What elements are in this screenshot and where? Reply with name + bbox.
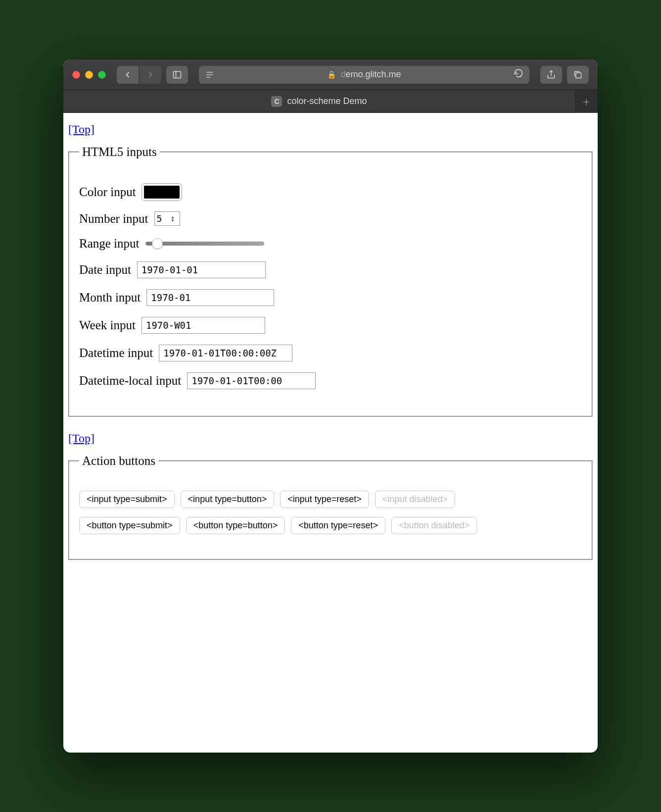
minimize-window-button[interactable] bbox=[85, 71, 93, 79]
color-input[interactable] bbox=[142, 184, 182, 201]
number-label: Number input bbox=[79, 212, 148, 226]
button-button-button[interactable]: <button type=button> bbox=[186, 517, 285, 534]
datetime-row: Datetime input bbox=[79, 345, 582, 361]
range-row: Range input bbox=[79, 237, 582, 251]
url-text: ddemo.glitch.meemo.glitch.me bbox=[340, 69, 401, 80]
share-button[interactable] bbox=[540, 66, 562, 84]
share-icon bbox=[546, 70, 556, 80]
lock-icon: 🔒 bbox=[327, 70, 336, 79]
week-label: Week input bbox=[79, 318, 136, 332]
plus-icon: ＋ bbox=[580, 94, 592, 109]
reload-button[interactable] bbox=[514, 68, 523, 81]
actions-legend: Action buttons bbox=[79, 454, 158, 468]
reader-icon bbox=[205, 70, 215, 80]
input-submit-button[interactable]: <input type=submit> bbox=[79, 491, 175, 508]
date-label: Date input bbox=[79, 263, 131, 277]
range-thumb[interactable] bbox=[152, 238, 163, 249]
number-input[interactable]: 5 ▲▼ bbox=[154, 211, 180, 226]
nav-buttons bbox=[117, 66, 161, 84]
input-button-button[interactable]: <input type=button> bbox=[181, 491, 275, 508]
month-label: Month input bbox=[79, 291, 141, 304]
window-controls bbox=[72, 71, 106, 79]
html5-inputs-fieldset: HTML5 inputs Color input Number input 5 … bbox=[68, 145, 593, 417]
input-disabled-button: <input disabled> bbox=[375, 491, 455, 508]
browser-window: 🔒 ddemo.glitch.meemo.glitch.me C color-s… bbox=[63, 59, 598, 753]
number-row: Number input 5 ▲▼ bbox=[79, 211, 582, 226]
svg-rect-0 bbox=[174, 71, 181, 78]
input-buttons-row: <input type=submit> <input type=button> … bbox=[79, 491, 582, 508]
date-row: Date input bbox=[79, 261, 582, 278]
button-buttons-row: <button type=submit> <button type=button… bbox=[79, 517, 582, 534]
favicon: C bbox=[271, 96, 282, 107]
browser-tab[interactable]: C color-scheme Demo bbox=[63, 90, 575, 112]
number-value: 5 bbox=[157, 213, 162, 224]
tabs-overview-button[interactable] bbox=[567, 66, 589, 84]
week-input[interactable] bbox=[142, 317, 265, 334]
button-reset-button[interactable]: <button type=reset> bbox=[291, 517, 385, 534]
range-label: Range input bbox=[79, 237, 140, 251]
datetime-input[interactable] bbox=[159, 345, 292, 361]
button-disabled-button: <button disabled> bbox=[391, 517, 477, 534]
tabs-icon bbox=[573, 70, 583, 80]
tab-title: color-scheme Demo bbox=[287, 96, 367, 106]
action-buttons-fieldset: Action buttons <input type=submit> <inpu… bbox=[68, 454, 593, 560]
number-stepper[interactable]: ▲▼ bbox=[172, 215, 178, 222]
month-input[interactable] bbox=[146, 289, 274, 306]
datetime-local-input[interactable] bbox=[187, 372, 316, 389]
forward-button[interactable] bbox=[140, 66, 161, 84]
datetime-local-row: Datetime-local input bbox=[79, 372, 582, 389]
range-track bbox=[145, 242, 264, 246]
address-bar[interactable]: 🔒 ddemo.glitch.meemo.glitch.me bbox=[199, 66, 529, 84]
datetime-label: Datetime input bbox=[79, 346, 153, 360]
date-input[interactable] bbox=[137, 261, 266, 278]
close-window-button[interactable] bbox=[72, 71, 80, 79]
color-row: Color input bbox=[79, 184, 582, 201]
html5-legend: HTML5 inputs bbox=[79, 145, 160, 159]
sidebar-icon bbox=[172, 70, 182, 80]
tab-bar: C color-scheme Demo ＋ bbox=[63, 90, 598, 113]
page-content[interactable]: [Top] HTML5 inputs Color input Number in… bbox=[63, 113, 598, 753]
step-down-icon: ▼ bbox=[172, 219, 178, 222]
button-submit-button[interactable]: <button type=submit> bbox=[79, 517, 180, 534]
week-row: Week input bbox=[79, 317, 582, 334]
range-input[interactable] bbox=[145, 240, 264, 248]
datetime-local-label: Datetime-local input bbox=[79, 374, 181, 388]
svg-rect-6 bbox=[576, 72, 581, 78]
top-link-2[interactable]: [Top] bbox=[68, 432, 593, 445]
back-button[interactable] bbox=[117, 66, 139, 84]
chevron-right-icon bbox=[145, 70, 155, 80]
top-link[interactable]: [Top] bbox=[68, 123, 593, 136]
browser-toolbar: 🔒 ddemo.glitch.meemo.glitch.me bbox=[63, 59, 598, 90]
month-row: Month input bbox=[79, 289, 582, 306]
maximize-window-button[interactable] bbox=[98, 71, 106, 79]
sidebar-toggle-button[interactable] bbox=[166, 66, 188, 84]
color-label: Color input bbox=[79, 185, 136, 199]
reader-mode-button[interactable] bbox=[201, 68, 219, 82]
input-reset-button[interactable]: <input type=reset> bbox=[280, 491, 369, 508]
reload-icon bbox=[514, 68, 523, 78]
new-tab-button[interactable]: ＋ bbox=[575, 90, 598, 113]
chevron-left-icon bbox=[123, 70, 133, 80]
